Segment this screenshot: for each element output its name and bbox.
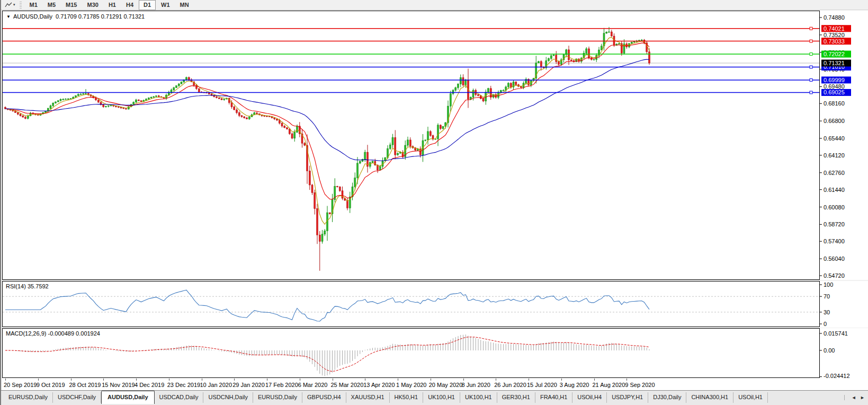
timeframe-m30-button[interactable]: M30 <box>82 0 103 10</box>
date-tick <box>300 378 300 381</box>
macd-canvas[interactable]: 0.0157410.00-0.024412 <box>2 328 868 378</box>
candle-body <box>601 46 602 50</box>
candle-body <box>140 101 142 102</box>
candle-body <box>450 94 451 106</box>
candle-body <box>138 100 139 101</box>
tab-ger30-h1[interactable]: GER30,H1 <box>497 392 535 403</box>
candle-body <box>550 56 552 58</box>
candle-body <box>136 100 137 102</box>
tab-dj30-daily[interactable]: DJ30,Daily <box>648 392 686 403</box>
tab-usdcnh-daily[interactable]: USDCNH,Daily <box>203 392 253 403</box>
candle-body <box>289 129 290 134</box>
candle-body <box>556 55 557 62</box>
candle-body <box>150 97 152 98</box>
tab-hk50-h1[interactable]: HK50,H1 <box>390 392 424 403</box>
candle-body <box>500 91 502 92</box>
caret-down-icon[interactable]: ▾ <box>13 3 15 7</box>
candle-body <box>309 171 310 185</box>
candle-body <box>294 132 296 138</box>
price-tick-label: 0.57400 <box>824 238 845 244</box>
candle-body <box>324 231 326 234</box>
price-level-tag-label: 0.74021 <box>824 25 845 32</box>
candle-body <box>606 32 607 33</box>
macd-name: MACD(12,26,9) <box>6 330 46 337</box>
candle-body <box>120 108 122 108</box>
tab-scroll-left-icon[interactable]: ◄ <box>852 395 856 400</box>
date-tick <box>333 378 333 381</box>
price-level-handle[interactable] <box>810 91 812 94</box>
candle-body <box>281 123 283 126</box>
candle-body <box>558 61 560 64</box>
tab-audusd-daily[interactable]: AUDUSD,Daily <box>101 391 154 404</box>
candle-body <box>103 104 104 107</box>
candle-body <box>118 107 119 107</box>
price-level-handle[interactable] <box>810 53 812 56</box>
price-level-handle[interactable] <box>810 78 812 81</box>
price-level-handle[interactable] <box>810 66 812 68</box>
candle-body <box>478 95 479 96</box>
candle-body <box>304 143 306 145</box>
macd-label: MACD(12,26,9) -0.000489 0.001924 <box>6 330 100 337</box>
tab-usdjpy-h1[interactable]: USDJPY,H1 <box>607 392 648 403</box>
date-tick <box>71 378 71 381</box>
timeframe-h1-button[interactable]: H1 <box>104 0 121 10</box>
date-label: 8 Jun 2020 <box>462 382 490 388</box>
chart-tools-icon[interactable]: ▾ <box>3 1 17 9</box>
timeframe-mn-button[interactable]: MN <box>175 0 194 10</box>
candle-body <box>153 96 155 97</box>
candle-body <box>148 98 149 99</box>
candle-body <box>460 77 461 84</box>
timeframe-m5-button[interactable]: M5 <box>43 0 60 10</box>
candle-body <box>248 117 250 119</box>
candle-body <box>241 116 243 117</box>
candle-body <box>384 157 386 161</box>
candle-body <box>427 131 429 140</box>
main-chart-canvas[interactable]: 0.748800.735200.721600.708400.694800.681… <box>2 11 868 280</box>
candle-body <box>515 82 517 85</box>
tab-uk100-h1[interactable]: UK100,H1 <box>460 392 497 403</box>
candle-body <box>399 152 401 153</box>
timeframe-h4-button[interactable]: H4 <box>121 0 138 10</box>
timeframe-m1-button[interactable]: M1 <box>25 0 42 10</box>
candle-body <box>85 93 87 94</box>
tab-usdcad-daily[interactable]: USDCAD,Daily <box>155 392 204 403</box>
candle-body <box>609 32 610 32</box>
candle-body <box>17 112 19 114</box>
tab-gbpusd-h4[interactable]: GBPUSD,H4 <box>302 392 346 403</box>
candle-body <box>470 97 471 99</box>
candle-body <box>25 117 26 118</box>
tab-scroll-right-icon[interactable]: ► <box>860 395 865 400</box>
macd-plot-border <box>3 329 820 378</box>
macd-values: -0.000489 0.001924 <box>48 330 100 337</box>
candle-body <box>465 80 467 85</box>
candle-body <box>409 140 411 146</box>
tab-eurusd-daily[interactable]: EURUSD,Daily <box>4 392 53 403</box>
tab-usoil-h1[interactable]: USOil,H1 <box>733 392 768 403</box>
price-level-handle[interactable] <box>810 40 812 42</box>
tab-usdchf-daily[interactable]: USDCHF,Daily <box>53 392 101 403</box>
candle-body <box>593 59 595 60</box>
price-level-handle[interactable] <box>810 27 812 30</box>
candle-body <box>425 140 426 140</box>
date-label: 6 Mar 2020 <box>298 382 328 388</box>
tab-eurusd-daily[interactable]: EURUSD,Daily <box>253 392 302 403</box>
date-tick <box>202 378 202 381</box>
tab-fra40-h1[interactable]: FRA40,H1 <box>535 392 572 403</box>
candle-body <box>641 40 642 41</box>
tab-china300-h1[interactable]: CHINA300,H1 <box>686 392 733 403</box>
date-label: 20 May 2020 <box>429 382 463 388</box>
timeframe-d1-button[interactable]: D1 <box>139 0 156 10</box>
date-tick <box>103 378 104 381</box>
collapse-triangle-icon[interactable]: ▼ <box>6 14 11 19</box>
price-tick-label: 0.66800 <box>824 118 845 124</box>
timeframe-w1-button[interactable]: W1 <box>156 0 175 10</box>
tab-uk100-h1[interactable]: UK100,H1 <box>423 392 460 403</box>
candle-body <box>395 138 396 155</box>
tab-xauusd-h1[interactable]: XAUUSD,H1 <box>346 392 390 403</box>
timeframe-m15-button[interactable]: M15 <box>61 0 82 10</box>
chart-ohlc-values: 0.71709 0.71785 0.71291 0.71321 <box>56 13 145 20</box>
macd-tick-label: 0.00 <box>824 347 835 354</box>
tab-usoil-h4[interactable]: USOil,H4 <box>572 392 607 403</box>
rsi-canvas[interactable]: 10070300 <box>2 281 868 328</box>
rsi-plot-border <box>3 281 820 327</box>
